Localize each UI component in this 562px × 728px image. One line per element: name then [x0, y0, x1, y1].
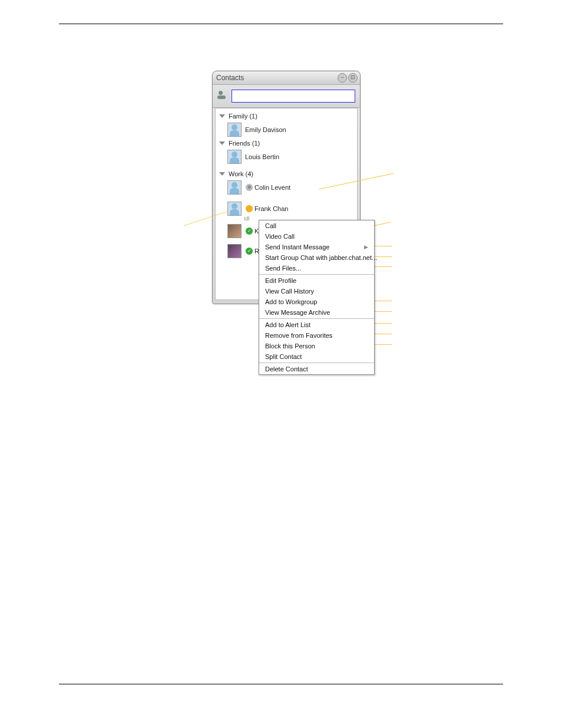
avatar: [227, 150, 242, 164]
menu-item-delete[interactable]: Delete Contact: [259, 364, 374, 374]
menu-item-label: View Call History: [265, 288, 314, 295]
menu-item-call-history[interactable]: View Call History: [259, 286, 374, 297]
contact-name: Emily Davison: [245, 126, 286, 133]
menu-item-label: Add to Alert List: [265, 321, 310, 328]
menu-item-send-files[interactable]: Send Files...: [259, 263, 374, 274]
contact-row[interactable]: Emily Davison: [216, 121, 357, 138]
avatar: [227, 224, 242, 238]
group-name: Family: [229, 113, 247, 120]
menu-item-edit-profile[interactable]: Edit Profile: [259, 275, 374, 286]
search-bar: [213, 85, 360, 108]
minimize-button[interactable]: –: [338, 73, 347, 83]
titlebar[interactable]: Contacts – ⊡: [213, 71, 360, 85]
submenu-arrow-icon: ▶: [364, 244, 368, 250]
close-button[interactable]: ⊡: [348, 73, 358, 83]
person-icon: [217, 91, 228, 101]
chevron-down-icon: [219, 141, 225, 145]
menu-item-split[interactable]: Split Contact: [259, 351, 374, 362]
menu-item-label: Remove from Favorites: [265, 332, 332, 339]
menu-item-block[interactable]: Block this Person: [259, 341, 374, 351]
menu-item-label: Delete Contact: [265, 365, 308, 373]
menu-item-label: Video Call: [265, 233, 295, 240]
menu-item-label: Send Files...: [265, 265, 301, 272]
menu-item-video-call[interactable]: Video Call: [259, 231, 374, 242]
menu-item-send-im[interactable]: Send Instant Message▶: [259, 242, 374, 252]
menu-item-remove-favorites[interactable]: Remove from Favorites: [259, 330, 374, 341]
menu-item-add-workgroup[interactable]: Add to Workgroup: [259, 297, 374, 307]
group-name: Friends: [229, 140, 250, 147]
avatar: [227, 123, 242, 137]
contact-name: Colin Levent: [254, 184, 290, 191]
menu-item-label: View Message Archive: [265, 309, 330, 316]
menu-item-label: Split Contact: [265, 353, 302, 360]
contact-row[interactable]: ⊗ Colin Levent: [216, 179, 357, 196]
contact-name: Frank Chan: [254, 205, 288, 212]
menu-separator: [259, 274, 374, 275]
avatar: [227, 180, 242, 195]
menu-item-label: Edit Profile: [265, 277, 296, 284]
page-divider-bottom: [59, 684, 503, 684]
menu-item-label: Block this Person: [265, 342, 315, 350]
menu-item-label: Send Instant Message: [265, 243, 329, 251]
menu-item-label: Start Group Chat with jabber.chat.net...: [265, 254, 377, 261]
page-divider-top: [59, 24, 503, 24]
group-header-friends[interactable]: Friends (1): [216, 138, 357, 149]
menu-item-group-chat[interactable]: Start Group Chat with jabber.chat.net...: [259, 252, 374, 263]
menu-item-label: Add to Workgroup: [265, 298, 317, 305]
menu-item-message-archive[interactable]: View Message Archive: [259, 307, 374, 318]
contact-row[interactable]: Louis Bertin: [216, 149, 357, 165]
menu-separator: [259, 318, 374, 319]
group-header-family[interactable]: Family (1): [216, 111, 357, 121]
contact-name: Louis Bertin: [245, 153, 279, 160]
menu-item-label: Call: [265, 222, 276, 229]
contact-row[interactable]: Frank Chan: [216, 200, 357, 217]
status-idle-icon: [245, 205, 253, 213]
menu-item-call[interactable]: Call: [259, 220, 374, 231]
avatar: [227, 202, 242, 216]
window-title: Contacts: [216, 74, 244, 82]
menu-item-alert-list[interactable]: Add to Alert List: [259, 319, 374, 330]
context-menu: Call Video Call Send Instant Message▶ St…: [259, 220, 375, 375]
search-input[interactable]: [232, 90, 355, 103]
chevron-down-icon: [219, 172, 225, 176]
group-name: Work: [229, 170, 243, 177]
status-online-icon: ✓: [245, 247, 253, 255]
group-count: (4): [246, 170, 253, 177]
status-online-icon: ✓: [245, 227, 253, 235]
chevron-down-icon: [219, 114, 225, 118]
status-offline-icon: ⊗: [245, 183, 253, 192]
menu-separator: [259, 363, 374, 363]
avatar: [227, 244, 242, 258]
group-count: (1): [252, 140, 260, 147]
group-count: (1): [249, 113, 257, 120]
group-header-work[interactable]: Work (4): [216, 169, 357, 179]
